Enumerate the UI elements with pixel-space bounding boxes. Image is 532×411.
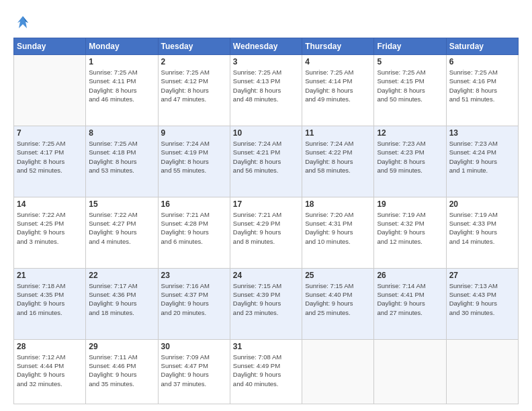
day-number: 25 <box>305 271 371 280</box>
header <box>13 11 519 32</box>
day-info: Sunrise: 7:15 AM Sunset: 4:39 PM Dayligh… <box>233 281 299 317</box>
logo-icon <box>13 13 32 32</box>
day-number: 30 <box>161 342 227 351</box>
calendar-cell <box>14 55 86 126</box>
day-info: Sunrise: 7:25 AM Sunset: 4:17 PM Dayligh… <box>17 139 83 175</box>
calendar-week-row: 28Sunrise: 7:12 AM Sunset: 4:44 PM Dayli… <box>14 339 519 404</box>
day-number: 27 <box>449 271 515 280</box>
logo <box>13 13 35 32</box>
weekday-header-monday: Monday <box>86 38 158 55</box>
calendar-table: SundayMondayTuesdayWednesdayThursdayFrid… <box>13 38 519 404</box>
calendar-cell: 14Sunrise: 7:22 AM Sunset: 4:25 PM Dayli… <box>14 197 86 268</box>
day-number: 7 <box>17 128 83 138</box>
calendar-cell: 6Sunrise: 7:25 AM Sunset: 4:16 PM Daylig… <box>446 55 518 126</box>
day-info: Sunrise: 7:19 AM Sunset: 4:33 PM Dayligh… <box>449 210 515 246</box>
weekday-header-saturday: Saturday <box>446 38 518 55</box>
day-info: Sunrise: 7:21 AM Sunset: 4:29 PM Dayligh… <box>233 210 299 246</box>
day-number: 9 <box>161 128 227 138</box>
weekday-header-wednesday: Wednesday <box>230 38 302 55</box>
day-info: Sunrise: 7:24 AM Sunset: 4:21 PM Dayligh… <box>233 139 299 175</box>
calendar-cell: 12Sunrise: 7:23 AM Sunset: 4:23 PM Dayli… <box>374 126 446 197</box>
day-number: 12 <box>377 128 443 138</box>
day-number: 24 <box>233 271 299 280</box>
day-number: 11 <box>305 128 371 138</box>
day-number: 16 <box>161 199 227 209</box>
day-info: Sunrise: 7:21 AM Sunset: 4:28 PM Dayligh… <box>161 210 227 246</box>
day-number: 3 <box>233 57 299 66</box>
calendar-cell: 9Sunrise: 7:24 AM Sunset: 4:19 PM Daylig… <box>158 126 230 197</box>
calendar-cell: 21Sunrise: 7:18 AM Sunset: 4:35 PM Dayli… <box>14 268 86 339</box>
weekday-header-row: SundayMondayTuesdayWednesdayThursdayFrid… <box>14 38 519 55</box>
calendar-cell: 3Sunrise: 7:25 AM Sunset: 4:13 PM Daylig… <box>230 55 302 126</box>
day-info: Sunrise: 7:25 AM Sunset: 4:13 PM Dayligh… <box>233 68 299 103</box>
calendar-cell: 18Sunrise: 7:20 AM Sunset: 4:31 PM Dayli… <box>302 197 374 268</box>
day-info: Sunrise: 7:12 AM Sunset: 4:44 PM Dayligh… <box>17 353 83 388</box>
day-info: Sunrise: 7:25 AM Sunset: 4:12 PM Dayligh… <box>161 68 227 103</box>
day-info: Sunrise: 7:25 AM Sunset: 4:18 PM Dayligh… <box>89 139 154 175</box>
day-info: Sunrise: 7:08 AM Sunset: 4:49 PM Dayligh… <box>233 353 299 388</box>
calendar-cell: 20Sunrise: 7:19 AM Sunset: 4:33 PM Dayli… <box>446 197 518 268</box>
calendar-cell <box>446 339 518 404</box>
day-info: Sunrise: 7:25 AM Sunset: 4:14 PM Dayligh… <box>305 68 371 103</box>
day-number: 17 <box>233 199 299 209</box>
calendar-cell <box>374 339 446 404</box>
calendar-cell: 28Sunrise: 7:12 AM Sunset: 4:44 PM Dayli… <box>14 339 86 404</box>
day-info: Sunrise: 7:25 AM Sunset: 4:11 PM Dayligh… <box>89 68 154 103</box>
weekday-header-tuesday: Tuesday <box>158 38 230 55</box>
calendar-cell: 10Sunrise: 7:24 AM Sunset: 4:21 PM Dayli… <box>230 126 302 197</box>
day-number: 20 <box>449 199 515 209</box>
day-number: 29 <box>89 342 154 351</box>
calendar-cell: 15Sunrise: 7:22 AM Sunset: 4:27 PM Dayli… <box>86 197 158 268</box>
day-info: Sunrise: 7:22 AM Sunset: 4:27 PM Dayligh… <box>89 210 154 246</box>
calendar-cell <box>302 339 374 404</box>
calendar-cell: 24Sunrise: 7:15 AM Sunset: 4:39 PM Dayli… <box>230 268 302 339</box>
day-number: 26 <box>377 271 443 280</box>
day-info: Sunrise: 7:09 AM Sunset: 4:47 PM Dayligh… <box>161 353 227 388</box>
day-number: 6 <box>449 57 515 66</box>
day-info: Sunrise: 7:25 AM Sunset: 4:16 PM Dayligh… <box>449 68 515 103</box>
day-info: Sunrise: 7:18 AM Sunset: 4:35 PM Dayligh… <box>17 281 83 317</box>
svg-marker-0 <box>17 16 28 28</box>
day-number: 14 <box>17 199 83 209</box>
day-info: Sunrise: 7:24 AM Sunset: 4:22 PM Dayligh… <box>305 139 371 175</box>
day-number: 18 <box>305 199 371 209</box>
day-info: Sunrise: 7:23 AM Sunset: 4:23 PM Dayligh… <box>377 139 443 175</box>
day-number: 31 <box>233 342 299 351</box>
day-info: Sunrise: 7:19 AM Sunset: 4:32 PM Dayligh… <box>377 210 443 246</box>
day-number: 4 <box>305 57 371 66</box>
day-number: 23 <box>161 271 227 280</box>
calendar-cell: 2Sunrise: 7:25 AM Sunset: 4:12 PM Daylig… <box>158 55 230 126</box>
calendar-cell: 4Sunrise: 7:25 AM Sunset: 4:14 PM Daylig… <box>302 55 374 126</box>
day-info: Sunrise: 7:15 AM Sunset: 4:40 PM Dayligh… <box>305 281 371 317</box>
calendar-cell: 22Sunrise: 7:17 AM Sunset: 4:36 PM Dayli… <box>86 268 158 339</box>
calendar-cell: 30Sunrise: 7:09 AM Sunset: 4:47 PM Dayli… <box>158 339 230 404</box>
page: SundayMondayTuesdayWednesdayThursdayFrid… <box>0 0 532 411</box>
day-number: 1 <box>89 57 154 66</box>
day-number: 5 <box>377 57 443 66</box>
day-info: Sunrise: 7:23 AM Sunset: 4:24 PM Dayligh… <box>449 139 515 175</box>
calendar-cell: 27Sunrise: 7:13 AM Sunset: 4:43 PM Dayli… <box>446 268 518 339</box>
calendar-cell: 31Sunrise: 7:08 AM Sunset: 4:49 PM Dayli… <box>230 339 302 404</box>
calendar-week-row: 14Sunrise: 7:22 AM Sunset: 4:25 PM Dayli… <box>14 197 519 268</box>
calendar-week-row: 7Sunrise: 7:25 AM Sunset: 4:17 PM Daylig… <box>14 126 519 197</box>
calendar-cell: 13Sunrise: 7:23 AM Sunset: 4:24 PM Dayli… <box>446 126 518 197</box>
day-number: 13 <box>449 128 515 138</box>
calendar-cell: 7Sunrise: 7:25 AM Sunset: 4:17 PM Daylig… <box>14 126 86 197</box>
calendar-cell: 8Sunrise: 7:25 AM Sunset: 4:18 PM Daylig… <box>86 126 158 197</box>
day-info: Sunrise: 7:14 AM Sunset: 4:41 PM Dayligh… <box>377 281 443 317</box>
calendar-week-row: 1Sunrise: 7:25 AM Sunset: 4:11 PM Daylig… <box>14 55 519 126</box>
calendar-cell: 25Sunrise: 7:15 AM Sunset: 4:40 PM Dayli… <box>302 268 374 339</box>
day-info: Sunrise: 7:11 AM Sunset: 4:46 PM Dayligh… <box>89 353 154 388</box>
calendar-cell: 1Sunrise: 7:25 AM Sunset: 4:11 PM Daylig… <box>86 55 158 126</box>
day-info: Sunrise: 7:16 AM Sunset: 4:37 PM Dayligh… <box>161 281 227 317</box>
calendar-cell: 23Sunrise: 7:16 AM Sunset: 4:37 PM Dayli… <box>158 268 230 339</box>
day-info: Sunrise: 7:25 AM Sunset: 4:15 PM Dayligh… <box>377 68 443 103</box>
calendar-cell: 17Sunrise: 7:21 AM Sunset: 4:29 PM Dayli… <box>230 197 302 268</box>
day-info: Sunrise: 7:17 AM Sunset: 4:36 PM Dayligh… <box>89 281 154 317</box>
day-number: 21 <box>17 271 83 280</box>
day-info: Sunrise: 7:20 AM Sunset: 4:31 PM Dayligh… <box>305 210 371 246</box>
calendar-cell: 16Sunrise: 7:21 AM Sunset: 4:28 PM Dayli… <box>158 197 230 268</box>
calendar-cell: 11Sunrise: 7:24 AM Sunset: 4:22 PM Dayli… <box>302 126 374 197</box>
weekday-header-sunday: Sunday <box>14 38 86 55</box>
calendar-cell: 29Sunrise: 7:11 AM Sunset: 4:46 PM Dayli… <box>86 339 158 404</box>
